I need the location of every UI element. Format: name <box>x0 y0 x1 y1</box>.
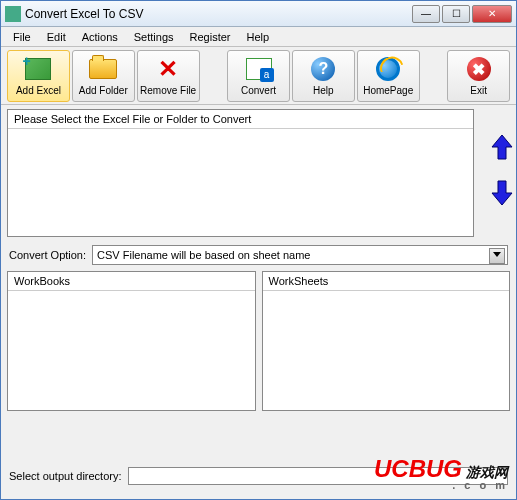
excel-icon <box>24 55 52 83</box>
menu-actions[interactable]: Actions <box>74 29 126 45</box>
worksheets-panel[interactable]: WorkSheets <box>262 271 511 411</box>
move-down-button[interactable] <box>490 179 514 207</box>
help-label: Help <box>313 85 334 96</box>
add-folder-button[interactable]: Add Folder <box>72 50 135 102</box>
close-button[interactable]: ✕ <box>472 5 512 23</box>
main-area: Please Select the Excel File or Folder t… <box>1 105 516 415</box>
window-title: Convert Excel To CSV <box>25 7 412 21</box>
chevron-down-icon <box>493 252 501 257</box>
toolbar: Add Excel Add Folder ✕ Remove File Conve… <box>1 47 516 105</box>
add-excel-button[interactable]: Add Excel <box>7 50 70 102</box>
add-folder-label: Add Folder <box>79 85 128 96</box>
add-excel-label: Add Excel <box>16 85 61 96</box>
file-list-box[interactable]: Please Select the Excel File or Folder t… <box>7 109 474 237</box>
maximize-button[interactable]: ☐ <box>442 5 470 23</box>
watermark: UCBUG游戏网 . c o m <box>374 455 508 491</box>
workbooks-panel[interactable]: WorkBooks <box>7 271 256 411</box>
convert-option-value: CSV Filename will be based on sheet name <box>97 249 310 261</box>
remove-icon: ✕ <box>154 55 182 83</box>
homepage-button[interactable]: HomePage <box>357 50 420 102</box>
exit-button[interactable]: ✖ Exit <box>447 50 510 102</box>
help-button[interactable]: ? Help <box>292 50 355 102</box>
homepage-label: HomePage <box>363 85 413 96</box>
watermark-brand: UCBUG <box>374 455 462 482</box>
output-directory-label: Select output directory: <box>9 470 122 482</box>
app-window: Convert Excel To CSV — ☐ ✕ File Edit Act… <box>0 0 517 500</box>
convert-option-select[interactable]: CSV Filename will be based on sheet name <box>92 245 508 265</box>
folder-icon <box>89 55 117 83</box>
titlebar: Convert Excel To CSV — ☐ ✕ <box>1 1 516 27</box>
move-up-button[interactable] <box>490 133 514 161</box>
help-icon: ? <box>309 55 337 83</box>
exit-label: Exit <box>470 85 487 96</box>
convert-icon <box>245 55 273 83</box>
split-panels: WorkBooks WorkSheets <box>7 271 510 411</box>
remove-file-label: Remove File <box>140 85 196 96</box>
menu-help[interactable]: Help <box>239 29 278 45</box>
exit-icon: ✖ <box>465 55 493 83</box>
minimize-button[interactable]: — <box>412 5 440 23</box>
menu-settings[interactable]: Settings <box>126 29 182 45</box>
homepage-icon <box>374 55 402 83</box>
svg-marker-0 <box>492 135 512 159</box>
workbooks-header: WorkBooks <box>8 272 255 291</box>
reorder-arrows <box>490 133 514 207</box>
remove-file-button[interactable]: ✕ Remove File <box>137 50 200 102</box>
convert-option-row: Convert Option: CSV Filename will be bas… <box>7 245 510 265</box>
menu-register[interactable]: Register <box>182 29 239 45</box>
convert-label: Convert <box>241 85 276 96</box>
window-controls: — ☐ ✕ <box>412 5 512 23</box>
menu-file[interactable]: File <box>5 29 39 45</box>
convert-button[interactable]: Convert <box>227 50 290 102</box>
file-list-header: Please Select the Excel File or Folder t… <box>8 110 473 129</box>
convert-option-label: Convert Option: <box>9 249 86 261</box>
svg-marker-1 <box>492 181 512 205</box>
worksheets-header: WorkSheets <box>263 272 510 291</box>
watermark-suffix: 游戏网 <box>466 464 508 480</box>
menubar: File Edit Actions Settings Register Help <box>1 27 516 47</box>
app-icon <box>5 6 21 22</box>
menu-edit[interactable]: Edit <box>39 29 74 45</box>
